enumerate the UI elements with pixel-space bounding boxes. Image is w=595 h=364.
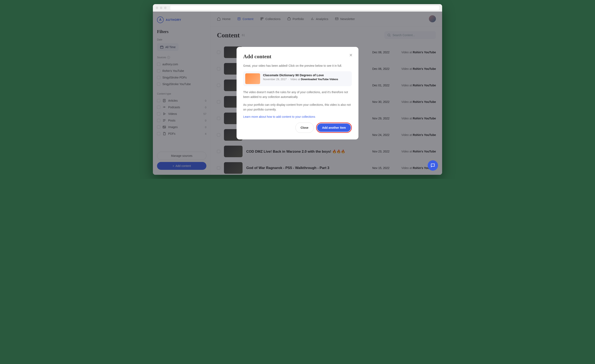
add-another-button[interactable]: Add another item bbox=[317, 123, 351, 132]
close-icon[interactable]: ✕ bbox=[349, 53, 353, 58]
browser-bar bbox=[153, 4, 442, 12]
add-content-modal: ✕ Add content Great, your video has been… bbox=[237, 47, 358, 139]
modal-title: Add content bbox=[243, 54, 352, 60]
traffic-light[interactable] bbox=[160, 7, 162, 9]
preview-title: Classmate Dictionary 90 Degrees of Love bbox=[263, 73, 338, 77]
learn-more-link[interactable]: Learn more about how to add content to y… bbox=[243, 115, 352, 118]
browser-frame: A AUTHORY Filters Date All Time Sources … bbox=[153, 4, 442, 175]
url-bar[interactable] bbox=[170, 6, 439, 10]
traffic-light[interactable] bbox=[156, 7, 158, 9]
highlight-ring: Add another item bbox=[316, 122, 352, 133]
modal-p2: As your portfolio can only display conte… bbox=[243, 102, 352, 112]
modal-actions: Close Add another item bbox=[243, 122, 352, 133]
preview-thumbnail bbox=[245, 73, 260, 84]
preview-card[interactable]: Classmate Dictionary 90 Degrees of Love … bbox=[243, 71, 352, 86]
preview-meta: November 29, 2017 · Video at Downloaded … bbox=[263, 78, 338, 81]
chat-icon bbox=[430, 163, 435, 168]
close-button[interactable]: Close bbox=[295, 122, 314, 133]
chat-widget[interactable] bbox=[428, 160, 438, 171]
app-body: A AUTHORY Filters Date All Time Sources … bbox=[153, 12, 442, 175]
traffic-light[interactable] bbox=[164, 7, 167, 9]
modal-intro: Great, your video has been added! Click … bbox=[243, 64, 352, 68]
modal-p1: The video doesn't match the rules for an… bbox=[243, 90, 352, 99]
modal-overlay: ✕ Add content Great, your video has been… bbox=[153, 12, 442, 175]
